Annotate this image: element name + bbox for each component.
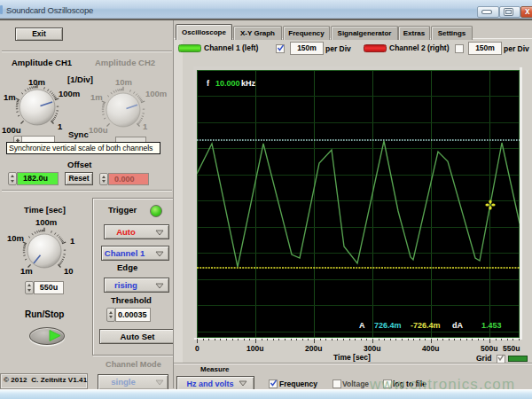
svg-text:dA: dA — [452, 321, 463, 330]
svg-text:1.453: 1.453 — [481, 321, 502, 330]
svg-text:A: A — [359, 321, 365, 330]
svg-text:726.4m: 726.4m — [374, 321, 402, 330]
svg-text:-726.4m: -726.4m — [411, 321, 441, 330]
svg-text:10.000: 10.000 — [215, 79, 240, 88]
svg-text:kHz: kHz — [241, 79, 256, 88]
